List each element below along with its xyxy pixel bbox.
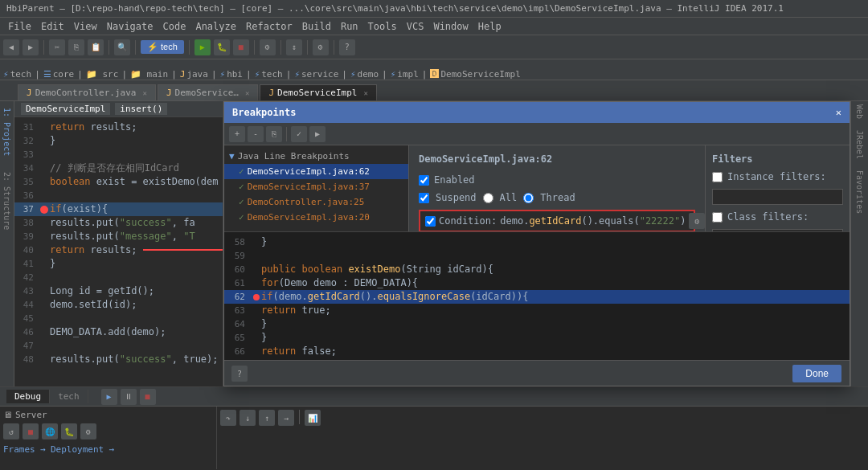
dialog-copy-icon[interactable]: ⎘ [266,126,282,142]
tech-tab[interactable]: tech [50,390,88,403]
menu-help[interactable]: Help [473,21,506,32]
java-line-bp-label: Java Line Breakpoints [238,151,350,161]
step-out-icon[interactable]: ↑ [259,410,275,426]
dialog-close-icon[interactable]: ✕ [836,107,841,118]
code-line-46: 46 DEMO_DATA.add(demo); [14,325,223,339]
breakpoints-dialog: Breakpoints ✕ + - ⎘ ✓ ▶ ▼ Java Line Brea… [223,101,850,386]
bottom-panel-header: Debug tech ▶ ⏸ ■ [0,387,868,407]
dialog-resume-icon[interactable]: ▶ [309,126,326,142]
dialog-enable-icon[interactable]: ✓ [291,126,307,142]
search-icon[interactable]: 🔍 [114,39,130,55]
menu-tools[interactable]: Tools [363,21,402,32]
menu-run[interactable]: Run [336,21,363,32]
suspend-checkbox[interactable] [419,193,429,203]
dl-60: 60 public boolean existDemo(String idCar… [224,263,850,276]
frames-link[interactable]: Frames → [3,444,46,455]
server-header: 🖥 Server [3,410,213,420]
debug-tab[interactable]: Debug [6,390,50,403]
menu-code[interactable]: Code [158,21,191,32]
menu-vcs[interactable]: VCS [402,21,429,32]
sidebar-favorites[interactable]: Favorites [855,170,864,214]
run-to-cursor-icon[interactable]: → [278,410,294,426]
stop-debug-icon[interactable]: ■ [140,389,156,405]
step-into-icon[interactable]: ↓ [240,410,256,426]
bottom-debug-panel: Debug tech ▶ ⏸ ■ 🖥 Server ↺ ■ 🌐 🐛 ⚙ Fram… [0,386,868,469]
sidebar-jrebel[interactable]: JRebel [855,130,864,159]
condition-box: Condition: demo.getIdCard().equals("2222… [419,210,695,231]
open-browser-icon[interactable]: 🌐 [42,423,58,439]
dialog-help-icon[interactable]: ? [231,366,248,382]
dialog-footer: Done ? [224,360,850,386]
condition-value[interactable]: demo.getIdCard().equals("22222") [500,215,686,227]
cut-icon[interactable]: ✂ [49,39,65,55]
stop-icon[interactable]: ■ [233,39,249,55]
menu-navigate[interactable]: Navigate [102,21,158,32]
paste-icon[interactable]: 📋 [88,39,104,55]
sidebar-structure[interactable]: 2: Structure [2,169,11,233]
frames-deployment-row: Frames → Deployment → [3,444,213,455]
bp-item-62-label: DemoServiceImpl.java:62 [248,166,370,177]
condition-settings-icon[interactable]: ⚙ [689,213,705,229]
deployment-link[interactable]: Deployment → [51,444,114,455]
run-icon[interactable]: ▶ [194,39,211,55]
sidebar-project[interactable]: 1: Project [2,104,11,159]
java-line-bp-header: ▼ Java Line Breakpoints [224,149,408,164]
copy-icon[interactable]: ⎘ [68,39,84,55]
instance-filters-checkbox[interactable] [712,172,723,182]
menu-build[interactable]: Build [297,21,336,32]
menu-edit[interactable]: Edit [36,21,69,32]
bp-item-37[interactable]: ✓ DemoServiceImpl.java:37 [224,179,408,194]
tab-demoserviceimpl[interactable]: J DemoServiceImpl ✕ [260,84,376,100]
right-sidebar: Web JRebel Favorites [850,101,868,386]
thread-radio[interactable] [523,193,534,203]
dl-66: 66 return false; [224,345,850,358]
bp-item-25-label: DemoController.java:25 [248,197,365,207]
dialog-code-panel: 58 } 59 60 public boolean existDemo(Stri… [224,231,850,360]
build-icon[interactable]: ⚙ [260,39,276,55]
bp-item-62[interactable]: ✓ DemoServiceImpl.java:62 [224,164,408,179]
config-server-icon[interactable]: ⚙ [80,423,96,439]
tab-democontroller[interactable]: J DemoController.java ✕ [18,84,156,100]
bp-item-25[interactable]: ✓ DemoController.java:25 [224,194,408,210]
instance-filters-input[interactable] [712,189,843,205]
code-line-34: 34 // 判断是否存在相同IdCard [14,161,223,175]
settings-icon[interactable]: ⚙ [313,39,329,55]
debug-server-icon[interactable]: 🐛 [61,423,77,439]
dl-62: 62 if(demo.getIdCard().equalsIgnoreCase(… [224,290,850,304]
bp-item-20[interactable]: ✓ DemoServiceImpl.java:20 [224,210,408,225]
forward-icon[interactable]: ▶ [23,39,39,55]
resume-icon[interactable]: ▶ [101,389,117,405]
dialog-remove-icon[interactable]: - [248,126,264,142]
code-line-35: 35 boolean exist = existDemo(dem [14,175,223,189]
menu-analyze[interactable]: Analyze [190,21,241,32]
step-over-icon[interactable]: ↷ [220,410,236,426]
restart-server-icon[interactable]: ↺ [3,423,19,439]
menu-view[interactable]: View [69,21,102,32]
menu-refactor[interactable]: Refactor [241,21,297,32]
condition-checkbox[interactable] [425,216,436,227]
bp-detail-title: DemoServiceImpl.java:62 [419,153,695,165]
class-filters-checkbox[interactable] [712,212,723,223]
method-badge: insert() [115,103,167,115]
bp-item-37-label: DemoServiceImpl.java:37 [248,182,370,192]
done-button[interactable]: Done [792,365,841,382]
menu-window[interactable]: Window [428,21,473,32]
debug-icon[interactable]: 🐛 [214,39,230,55]
all-radio[interactable] [483,193,493,203]
pause-icon[interactable]: ⏸ [121,389,137,405]
code-lines: 31 return results; 32 } 33 34 // 判断是否存在相… [14,117,223,370]
menu-file[interactable]: File [3,21,36,32]
back-icon[interactable]: ◀ [3,39,19,55]
stop-server-icon[interactable]: ■ [23,423,39,439]
dialog-add-icon[interactable]: + [229,126,245,142]
sidebar-web[interactable]: Web [855,104,864,119]
enabled-checkbox[interactable] [419,175,429,186]
help-icon[interactable]: ? [339,39,355,55]
instance-filters-row: Instance filters: [712,171,843,182]
vcs-icon[interactable]: ↕ [286,39,302,55]
evaluate-icon[interactable]: 📊 [305,410,321,426]
tech-btn[interactable]: ⚡ tech [141,40,184,54]
debug-content: 🖥 Server ↺ ■ 🌐 🐛 ⚙ Frames → Deployment →… [0,407,868,469]
tab-demoservice[interactable]: J DemoService… ✕ [158,84,259,100]
code-line-40: 40 return results; [14,243,223,257]
